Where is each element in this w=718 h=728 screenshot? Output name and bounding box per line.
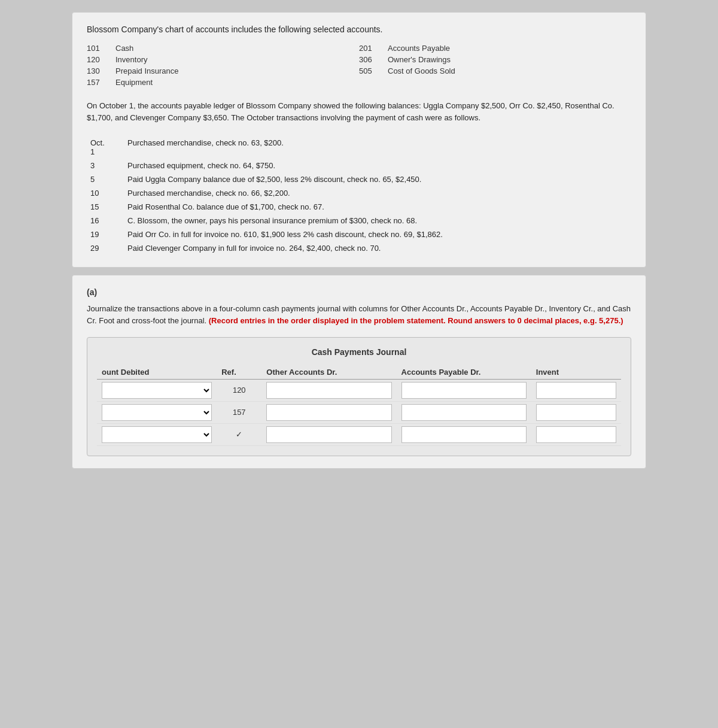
table-row: 15 Paid Rosenthal Co. balance due of $1,… <box>87 200 631 214</box>
other-input-3[interactable] <box>266 426 391 443</box>
transaction-date-5: 15 <box>87 200 123 214</box>
transaction-date-4: 10 <box>87 186 123 200</box>
other-input-cell-3[interactable] <box>261 423 396 445</box>
other-input-cell-2[interactable] <box>261 401 396 423</box>
table-row: 3 Purchased equipment, check no. 64, $75… <box>87 159 631 172</box>
invent-input-cell-2[interactable] <box>531 401 621 423</box>
chart-card: Blossom Company's chart of accounts incl… <box>72 12 646 268</box>
ap-input-1[interactable] <box>401 382 527 399</box>
account-number-101: 101 <box>87 44 108 53</box>
col-header-account: ount Debited <box>97 365 217 380</box>
transaction-desc-6: C. Blossom, the owner, pays his personal… <box>123 214 631 228</box>
account-row-120: 120 Inventory <box>87 54 359 65</box>
transaction-desc-2: Purchased equipment, check no. 64, $750. <box>123 159 631 172</box>
account-number-306: 306 <box>359 55 381 64</box>
account-row-306: 306 Owner's Drawings <box>359 54 631 65</box>
chart-title: Blossom Company's chart of accounts incl… <box>87 25 631 34</box>
table-row: 16 C. Blossom, the owner, pays his perso… <box>87 214 631 228</box>
transaction-date-8: 29 <box>87 241 123 255</box>
col-header-other: Other Accounts Dr. <box>261 365 396 380</box>
account-name-101: Cash <box>115 44 133 53</box>
table-row: 5 Paid Uggla Company balance due of $2,5… <box>87 172 631 186</box>
account-select-cell-3[interactable]: 101 - Cash 120 - Inventory 130 - Prepaid… <box>97 423 217 445</box>
journal-container: Cash Payments Journal ount Debited Ref. … <box>87 337 631 456</box>
table-row: Oct. 1 Purchased merchandise, check no. … <box>87 136 631 159</box>
account-select-3[interactable]: 101 - Cash 120 - Inventory 130 - Prepaid… <box>102 426 212 443</box>
transaction-date-1: Oct. 1 <box>87 136 123 159</box>
ap-input-cell-3[interactable] <box>397 423 531 445</box>
account-number-120: 120 <box>87 55 108 64</box>
account-name-505: Cost of Goods Sold <box>388 66 455 75</box>
transaction-desc-5: Paid Rosenthal Co. balance due of $1,700… <box>123 200 631 214</box>
account-select-cell-2[interactable]: 101 - Cash 120 - Inventory 130 - Prepaid… <box>97 401 217 423</box>
account-name-157: Equipment <box>115 78 153 87</box>
invent-input-1[interactable] <box>536 382 616 399</box>
journal-row-2: 101 - Cash 120 - Inventory 130 - Prepaid… <box>97 401 621 423</box>
accounts-left-col: 101 Cash 120 Inventory 130 Prepaid Insur… <box>87 43 359 88</box>
transaction-desc-8: Paid Clevenger Company in full for invoi… <box>123 241 631 255</box>
table-row: 10 Purchased merchandise, check no. 66, … <box>87 186 631 200</box>
account-number-130: 130 <box>87 66 108 75</box>
transaction-date-7: 19 <box>87 228 123 241</box>
account-select-1[interactable]: 101 - Cash 120 - Inventory 130 - Prepaid… <box>102 382 212 399</box>
transactions-table: Oct. 1 Purchased merchandise, check no. … <box>87 136 631 255</box>
other-input-cell-1[interactable] <box>261 379 396 401</box>
journal-title: Cash Payments Journal <box>97 347 621 357</box>
invent-input-cell-3[interactable] <box>531 423 621 445</box>
account-row-201: 201 Accounts Payable <box>359 43 631 54</box>
other-input-2[interactable] <box>266 404 391 421</box>
invent-input-2[interactable] <box>536 404 616 421</box>
invent-input-cell-1[interactable] <box>531 379 621 401</box>
transaction-desc-7: Paid Orr Co. in full for invoice no. 610… <box>123 228 631 241</box>
transaction-desc-4: Purchased merchandise, check no. 66, $2,… <box>123 186 631 200</box>
accounts-right-col: 201 Accounts Payable 306 Owner's Drawing… <box>359 43 631 88</box>
journal-row-1: 101 - Cash 120 - Inventory 130 - Prepaid… <box>97 379 621 401</box>
journal-table: ount Debited Ref. Other Accounts Dr. Acc… <box>97 365 621 446</box>
account-number-157: 157 <box>87 78 108 87</box>
col-header-invent: Invent <box>531 365 621 380</box>
part-a-label: (a) <box>87 287 631 297</box>
account-name-130: Prepaid Insurance <box>115 66 179 75</box>
transaction-date-6: 16 <box>87 214 123 228</box>
instructions-bold-red: (Record entries in the order displayed i… <box>209 316 623 325</box>
transaction-date-3: 5 <box>87 172 123 186</box>
account-name-120: Inventory <box>115 55 147 64</box>
ap-input-2[interactable] <box>401 404 527 421</box>
invent-input-3[interactable] <box>536 426 616 443</box>
account-select-2[interactable]: 101 - Cash 120 - Inventory 130 - Prepaid… <box>102 404 212 421</box>
account-row-505: 505 Cost of Goods Sold <box>359 65 631 77</box>
transaction-desc-1: Purchased merchandise, check no. 63, $20… <box>123 136 631 159</box>
account-row-101: 101 Cash <box>87 43 359 54</box>
ref-cell-1: 120 <box>217 379 261 401</box>
table-row: 29 Paid Clevenger Company in full for in… <box>87 241 631 255</box>
account-row-157: 157 Equipment <box>87 77 359 88</box>
account-name-306: Owner's Drawings <box>388 55 451 64</box>
other-input-1[interactable] <box>266 382 391 399</box>
ap-input-cell-2[interactable] <box>397 401 531 423</box>
account-number-201: 201 <box>359 44 381 53</box>
instructions-text: Journalize the transactions above in a f… <box>87 303 631 327</box>
transaction-date-2: 3 <box>87 159 123 172</box>
account-row-130: 130 Prepaid Insurance <box>87 65 359 77</box>
account-name-201: Accounts Payable <box>388 44 450 53</box>
ref-cell-2: 157 <box>217 401 261 423</box>
narrative-text: On October 1, the accounts payable ledge… <box>87 100 631 124</box>
ref-cell-3: ✓ <box>217 423 261 445</box>
transaction-desc-3: Paid Uggla Company balance due of $2,500… <box>123 172 631 186</box>
ap-input-3[interactable] <box>401 426 527 443</box>
part-a-card: (a) Journalize the transactions above in… <box>72 275 646 468</box>
col-header-ref: Ref. <box>217 365 261 380</box>
col-header-ap: Accounts Payable Dr. <box>397 365 531 380</box>
journal-row-3: 101 - Cash 120 - Inventory 130 - Prepaid… <box>97 423 621 445</box>
journal-header-row: ount Debited Ref. Other Accounts Dr. Acc… <box>97 365 621 380</box>
ap-input-cell-1[interactable] <box>397 379 531 401</box>
accounts-grid: 101 Cash 120 Inventory 130 Prepaid Insur… <box>87 43 631 88</box>
table-row: 19 Paid Orr Co. in full for invoice no. … <box>87 228 631 241</box>
account-select-cell-1[interactable]: 101 - Cash 120 - Inventory 130 - Prepaid… <box>97 379 217 401</box>
page-wrapper: Blossom Company's chart of accounts incl… <box>72 12 646 469</box>
account-number-505: 505 <box>359 66 381 75</box>
